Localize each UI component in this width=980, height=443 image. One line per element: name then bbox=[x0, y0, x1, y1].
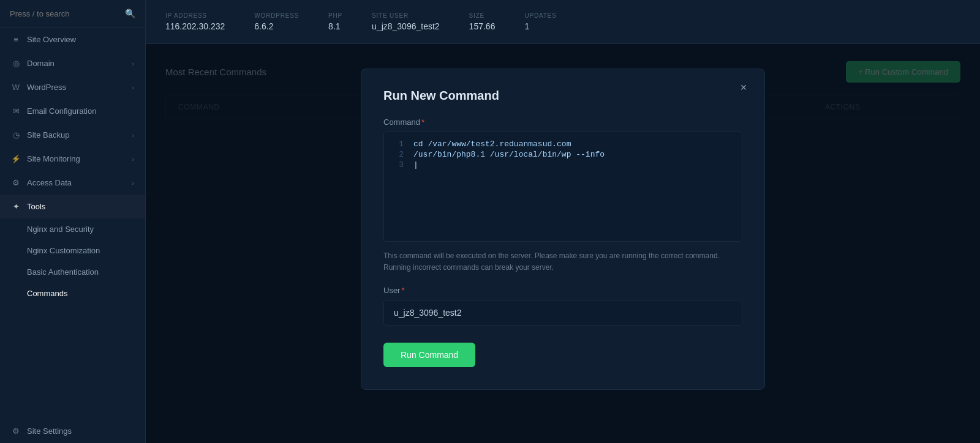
content-area: Most Recent Commands + Run Custom Comman… bbox=[146, 44, 980, 443]
sidebar-item-access-data[interactable]: ⚙ Access Data › bbox=[0, 171, 145, 195]
modal-close-button[interactable]: × bbox=[735, 79, 752, 96]
sidebar-item-email[interactable]: ✉ Email Configuration bbox=[0, 99, 145, 123]
domain-icon: ◎ bbox=[11, 59, 21, 68]
sidebar-item-wordpress[interactable]: W WordPress › bbox=[0, 75, 145, 99]
warning-text: This command will be executed on the ser… bbox=[383, 250, 742, 274]
user-label: User* bbox=[383, 286, 742, 295]
main-content: IP ADDRESS 116.202.30.232 WORDPRESS 6.6.… bbox=[146, 0, 980, 443]
code-line-3: 3 bbox=[394, 160, 732, 169]
sidebar-item-backup[interactable]: ◷ Site Backup › bbox=[0, 123, 145, 147]
stat-php: PHP 8.1 bbox=[328, 12, 342, 31]
sidebar-sub-nginx-security[interactable]: Nginx and Security bbox=[0, 218, 145, 240]
chevron-icon: › bbox=[132, 132, 134, 139]
run-command-modal: Run New Command × Command* 1 cd /var/www… bbox=[361, 69, 765, 390]
stat-wordpress: WORDPRESS 6.6.2 bbox=[254, 12, 299, 31]
wordpress-icon: W bbox=[11, 83, 21, 92]
sidebar-item-domain[interactable]: ◎ Domain › bbox=[0, 51, 145, 75]
chevron-icon: › bbox=[132, 179, 134, 187]
command-label: Command* bbox=[383, 117, 742, 127]
site-overview-icon: ≡ bbox=[11, 35, 21, 44]
code-line-2: 2 /usr/bin/php8.1 /usr/local/bin/wp --in… bbox=[394, 150, 732, 159]
backup-icon: ◷ bbox=[11, 130, 21, 140]
chevron-icon: › bbox=[132, 60, 134, 67]
search-bar[interactable]: 🔍 bbox=[0, 0, 145, 28]
chevron-icon: › bbox=[132, 84, 134, 91]
sidebar-item-site-overview[interactable]: ≡ Site Overview bbox=[0, 28, 145, 51]
code-line-1: 1 cd /var/www/test2.reduanmasud.com bbox=[394, 140, 732, 149]
sidebar-item-monitoring[interactable]: ⚡ Site Monitoring › bbox=[0, 147, 145, 171]
modal-title: Run New Command bbox=[383, 89, 742, 103]
sidebar-sub-basic-auth[interactable]: Basic Authentication bbox=[0, 261, 145, 283]
tools-icon: ✦ bbox=[11, 202, 21, 211]
search-input[interactable] bbox=[10, 9, 120, 18]
settings-icon: ⚙ bbox=[11, 426, 21, 436]
stat-updates: UPDATES 1 bbox=[524, 12, 556, 31]
search-icon: 🔍 bbox=[125, 9, 135, 18]
stat-site-user: SITE USER u_jz8_3096_test2 bbox=[372, 12, 440, 31]
email-icon: ✉ bbox=[11, 106, 21, 116]
sidebar-item-tools[interactable]: ✦ Tools bbox=[0, 195, 145, 218]
sidebar-sub-commands[interactable]: Commands bbox=[0, 283, 145, 304]
code-lines: 1 cd /var/www/test2.reduanmasud.com 2 /u… bbox=[394, 140, 732, 169]
command-editor[interactable]: 1 cd /var/www/test2.reduanmasud.com 2 /u… bbox=[383, 132, 742, 242]
sidebar: 🔍 ≡ Site Overview ◎ Domain › W WordPress… bbox=[0, 0, 146, 443]
stat-size: SIZE 157.66 bbox=[469, 12, 496, 31]
access-icon: ⚙ bbox=[11, 178, 21, 187]
user-input[interactable] bbox=[383, 300, 742, 326]
stat-ip: IP ADDRESS 116.202.30.232 bbox=[165, 12, 225, 31]
chevron-icon: › bbox=[132, 155, 134, 163]
sidebar-item-settings[interactable]: ⚙ Site Settings bbox=[0, 419, 145, 443]
sidebar-sub-nginx-customization[interactable]: Nginx Customization bbox=[0, 240, 145, 261]
monitoring-icon: ⚡ bbox=[11, 154, 21, 163]
top-bar: IP ADDRESS 116.202.30.232 WORDPRESS 6.6.… bbox=[146, 0, 980, 44]
run-command-button[interactable]: Run Command bbox=[383, 343, 475, 367]
modal-overlay: Run New Command × Command* 1 cd /var/www… bbox=[146, 44, 980, 443]
